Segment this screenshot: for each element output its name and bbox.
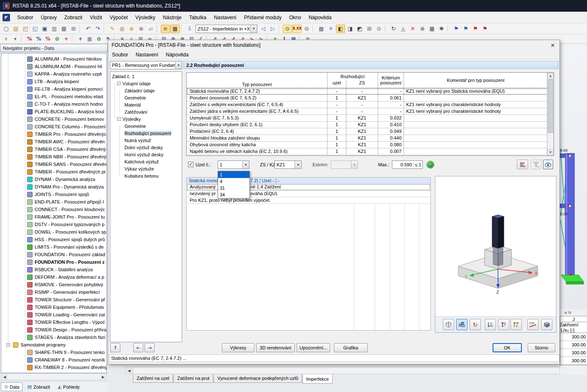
undo-icon[interactable]: ↶ <box>84 25 93 33</box>
vykresy-button[interactable]: Výkresy <box>222 343 254 352</box>
tab-zatizeni-na-uzel[interactable]: Zatížení na uzel <box>133 374 173 383</box>
menu-soubor[interactable]: Soubor <box>13 13 37 23</box>
nav-concrete-columns[interactable]: CONCRETE Columns - Posouzení <box>1 123 107 130</box>
nav-dowel[interactable]: DOWEL - Posouzení kolíkových sp <box>1 228 107 236</box>
mirror-icon[interactable]: ◬ <box>399 25 408 33</box>
generate-tree-icon[interactable]: ✿ <box>53 35 61 43</box>
table-row[interactable]: Napětí betonu ve stěnách kalicha (EC 2, … <box>187 148 554 155</box>
nav-ltb[interactable]: LTB - Analýza klopení <box>1 78 107 85</box>
node-target-icon[interactable]: ◎ <box>117 25 127 33</box>
nav-tower-structure[interactable]: TOWER Structure - Generování př <box>1 296 107 303</box>
nav-tower-effective-lengths[interactable]: TOWER Effective Lengths - Výpoč <box>1 318 107 326</box>
nav-concrete[interactable]: CONCRETE - Posouzení betonov <box>1 115 107 123</box>
save-all-icon[interactable]: ▣ <box>40 25 49 33</box>
rotate-view-icon[interactable]: ↻ <box>389 25 398 33</box>
nav-craneway[interactable]: CRANEWAY 8 - Posouzení nosník <box>1 356 107 364</box>
table-row[interactable]: Minimální hloubka založení sloupu 1 KZ1 … <box>187 135 554 142</box>
view-x-button[interactable]: X <box>485 319 496 330</box>
separator[interactable] <box>313 25 315 33</box>
nav-timber-pro[interactable]: TIMBER Pro - Posouzení dřevěnýc <box>1 130 107 138</box>
menu-nastroje[interactable]: Nástroje <box>159 13 186 23</box>
tree-horni-vyztuz-desky[interactable]: Horní výztuž desky <box>110 151 182 158</box>
nav-foundation-pro[interactable]: FOUNDATION Pro - Posouzení z <box>1 258 107 266</box>
collapse-icon[interactable] <box>6 343 10 347</box>
nav-shape-thin[interactable]: SHAPE-THIN 9 - Posouzení tenko <box>1 349 107 356</box>
node-option[interactable]: 4 <box>218 178 249 185</box>
tree-nutna-vyztuz[interactable]: Nutná výztuž <box>110 137 182 144</box>
nav-joints[interactable]: JOINTS - Posouzení spojů <box>1 191 107 198</box>
nav-stages[interactable]: STAGES - Analýza stavebních fází <box>1 333 107 341</box>
view-render-button[interactable] <box>541 319 552 330</box>
search-icon[interactable]: ⊙ <box>302 25 311 33</box>
generate-mesh-icon[interactable]: ▩ <box>317 25 326 33</box>
view-window-2-icon[interactable]: ◨ <box>346 25 355 33</box>
tree-vysledky[interactable]: Výsledky <box>110 115 182 122</box>
connect-members-icon[interactable]: % <box>34 35 43 43</box>
nav-tower-equipment[interactable]: TOWER Equipment - Příslušenstv <box>1 303 107 311</box>
nav-dynam[interactable]: DYNAM - Dynamická analýza <box>1 176 107 183</box>
view-rotate-button[interactable]: ↻ <box>470 319 481 330</box>
fx-icon[interactable]: ✕ <box>564 311 567 315</box>
support-node-icon[interactable]: + <box>76 35 85 43</box>
menu-nastaveni[interactable]: Nastavení <box>210 13 240 23</box>
table-row[interactable]: Statická rovnováha (EC 7, 2.4.7.2) - - -… <box>187 88 554 95</box>
result-diagram-button[interactable] <box>517 160 528 169</box>
storno-button[interactable]: Storno <box>528 343 555 352</box>
view-window-1-icon[interactable]: ◧ <box>336 25 345 33</box>
import-node-load-icon[interactable]: ⚑ <box>452 25 461 33</box>
dlg-menu-napoveda[interactable]: Nápověda <box>162 51 193 59</box>
next-loadcase-icon[interactable]: ▷ <box>268 25 277 33</box>
nav-frame-joint-pro[interactable]: FRAME-JOINT Pro - Posouzení tu <box>1 213 107 221</box>
scroll-right-icon[interactable]: ▶ <box>100 374 107 380</box>
tree-kubatura-betonu[interactable]: Kubatura betonu <box>110 172 182 179</box>
table-row[interactable]: Porušení únosnosti (EC 7, 6.5.2) 1 KZ1 0… <box>187 95 554 102</box>
nav-rsmove[interactable]: RSMOVE - Generování pohyblivý <box>1 281 107 288</box>
menu-upravy[interactable]: Úpravy <box>37 13 61 23</box>
model-viewport[interactable]: 8.68 6.00 <box>560 44 587 309</box>
building-grid-icon[interactable]: ▦ <box>85 35 94 43</box>
menu-vlozit[interactable]: Vložit <box>86 13 106 23</box>
scroll-down-icon[interactable]: ▼ <box>547 149 554 155</box>
render3d-button[interactable]: 3D renderování <box>256 343 295 352</box>
separator[interactable] <box>21 35 24 43</box>
table-horizontal-scrollbar[interactable]: ◀ <box>125 367 560 374</box>
zs-combo[interactable]: KZ1 ▼ <box>274 160 302 169</box>
load-target-icon[interactable]: ⊕ <box>127 25 136 33</box>
tree-rozhodujici-posouzeni[interactable]: Rozhodující posouzení <box>110 130 182 137</box>
table-row[interactable]: Zatížení s velkými excentricitami (EC 7,… <box>187 102 554 108</box>
view-dimensions-button[interactable]: x.xx <box>527 319 539 330</box>
navigator-horizontal-scrollbar[interactable]: ◀ ▶ <box>1 373 107 380</box>
separator[interactable] <box>104 25 107 33</box>
menu-vypocet[interactable]: Výpočet <box>106 13 131 23</box>
menu-pridavne-moduly[interactable]: Přídavné moduly <box>240 13 285 23</box>
nav-timber[interactable]: TIMBER - Posouzení dřevěných pr <box>1 168 107 176</box>
menu-okno[interactable]: Okno <box>285 13 305 23</box>
tree-geometrie-vstup[interactable]: Geometrie <box>110 94 182 101</box>
nav-end-plate[interactable]: END-PLATE - Posouzení přípojů I <box>1 198 107 206</box>
collapse-icon[interactable] <box>117 81 121 85</box>
nav-timber-awc[interactable]: TIMBER AWC - Posouzení dřevěn <box>1 138 107 145</box>
zoom-icon[interactable]: ⊙ <box>374 25 384 33</box>
table-row[interactable]: Ohybová únosnost stěny kalicha 1 KZ1 0.0… <box>187 142 554 148</box>
foundation-3d-panel[interactable]: X Y Z <box>435 176 557 333</box>
chevron-down-icon[interactable]: ▼ <box>250 25 257 33</box>
grafika-button[interactable]: Grafika <box>334 343 368 352</box>
attach-node-icon[interactable]: + <box>62 35 71 43</box>
nav-rx-timber[interactable]: RX-TIMBER 2 - Posouzení dřevěných k <box>1 364 107 371</box>
nav-timber-nbr[interactable]: TIMBER NBR - Posouzení dřevěný <box>1 153 107 160</box>
nav-plate-buckling[interactable]: PLATE-BUCKLING - Analýza boul <box>1 108 107 115</box>
tree-material[interactable]: Materiál <box>110 101 182 108</box>
view-y-button[interactable]: Y <box>498 319 509 330</box>
nav-el-pl[interactable]: EL-PL - Posouzení metodou elast <box>1 93 107 100</box>
tab-zatizeni-na-prut[interactable]: Zatížení na prut <box>173 374 213 383</box>
dlg-menu-soubor[interactable]: Soubor <box>108 51 132 59</box>
menu-tabulka[interactable]: Tabulka <box>186 13 210 23</box>
upozorneni-button[interactable]: Upozornění... <box>297 343 330 352</box>
menu-napoveda[interactable]: Nápověda <box>305 13 335 23</box>
table-row[interactable]: Porušení desky ohybem (EC 2, 6.1) 1 KZ1 … <box>187 122 554 128</box>
visibility-button[interactable] <box>543 160 553 169</box>
table-row[interactable]: Usmyknutí (EC 7, 6.5.3) 1 KZ1 0.032 <box>187 115 554 122</box>
nav-tower-loading[interactable]: TOWER Loading - Generování zat <box>1 311 107 318</box>
tree-geometrie-vysledky[interactable]: Geometrie <box>110 122 182 130</box>
export-node-load-icon[interactable]: ⚑ <box>461 25 470 33</box>
